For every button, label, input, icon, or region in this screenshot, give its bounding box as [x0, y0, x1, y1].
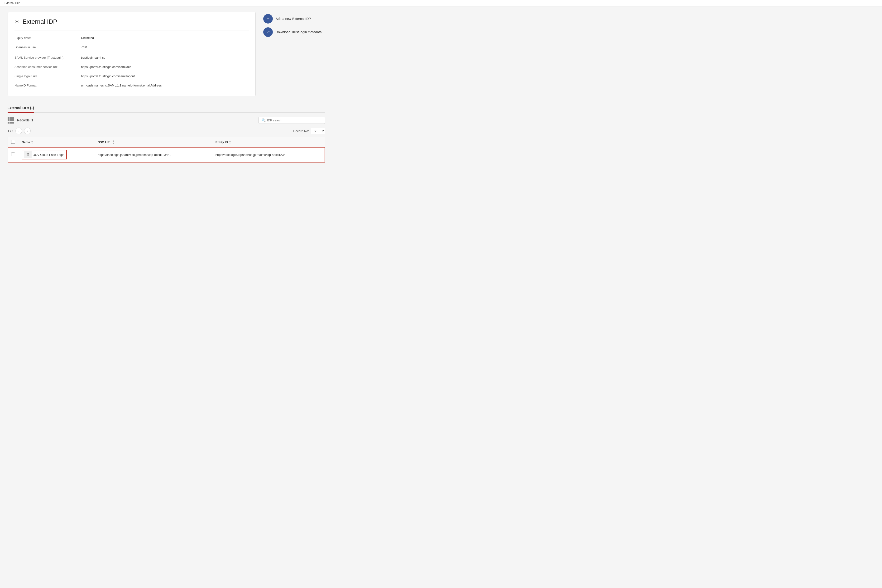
info-row: Expiry date: Unlimited — [15, 33, 249, 42]
info-row: Single logout url: https://portal.trustl… — [15, 72, 249, 81]
top-bar-label: External IDP — [4, 2, 20, 5]
row-name-label: JCV Cloud Face Login — [33, 153, 64, 156]
col-entity-id-label: Entity ID — [216, 140, 228, 144]
row-checkbox-cell — [8, 147, 18, 162]
info-label: Expiry date: — [15, 36, 81, 40]
pagination-left: 1 / 1 ‹ › — [8, 128, 31, 134]
card-title-text: External IDP — [22, 18, 57, 26]
name-sort-arrows: ▲▼ — [31, 140, 33, 144]
row-entity-id: https://facelogin.japancv.co.jp/realms/i… — [212, 147, 325, 162]
info-label: SAML Service provider (TrustLogin): — [15, 56, 81, 59]
col-name-label: Name — [22, 140, 30, 144]
search-input[interactable] — [267, 118, 322, 122]
info-row: SAML Service provider (TrustLogin): trus… — [15, 53, 249, 62]
info-label: Licenses in use: — [15, 45, 81, 49]
select-all-checkbox[interactable] — [11, 140, 15, 144]
info-value: 7/30 — [81, 45, 249, 49]
info-table: Expiry date: Unlimited Licenses in use: … — [15, 30, 249, 90]
entity-sort-arrows: ▲▼ — [229, 140, 231, 144]
action-item-0[interactable]: + Add a new External IDP — [263, 14, 325, 24]
pagination-current: 1 / 1 — [8, 129, 14, 133]
select-all-col — [8, 137, 18, 147]
action-icon-1: ↗ — [263, 27, 273, 37]
section-tabs: External IDPs (1) Records: 1 🔍 — [8, 104, 325, 162]
action-item-1[interactable]: ↗ Download TrustLogin metadata — [263, 27, 325, 37]
tool-icon: ✂ — [15, 18, 20, 26]
pagination-bar: 1 / 1 ‹ › Record No: 50 100 — [8, 128, 325, 134]
grid-view-icon[interactable] — [8, 117, 14, 123]
row-checkbox-0[interactable] — [11, 153, 15, 156]
records-left: Records: 1 — [8, 117, 33, 123]
col-entity-id[interactable]: Entity ID ▲▼ — [212, 137, 325, 147]
page-content: ✂ External IDP Expiry date: Unlimited Li… — [0, 6, 333, 168]
info-value: https://portal.trustlogin.com/saml/acs — [81, 65, 249, 69]
action-icon-0: + — [263, 14, 273, 24]
prev-page-button[interactable]: ‹ — [15, 128, 22, 134]
top-bar: External IDP — [0, 0, 882, 6]
tab-bar: External IDPs (1) — [8, 104, 325, 113]
info-value: Unlimited — [81, 36, 249, 40]
action-label-1: Download TrustLogin metadata — [276, 30, 322, 34]
name-cell-wrapper: ☷ JCV Cloud Face Login — [22, 150, 67, 159]
table-row[interactable]: ☷ JCV Cloud Face Login https://facelogin… — [8, 147, 325, 162]
col-sso-url[interactable]: SSO URL ▲▼ — [94, 137, 212, 147]
action-label-0: Add a new External IDP — [276, 17, 311, 21]
info-value: urn:oasis:names:tc:SAML:1.1:nameid-forma… — [81, 84, 249, 87]
info-row: Assertion consumer service url: https://… — [15, 62, 249, 72]
record-no-select[interactable]: 50 100 — [311, 128, 325, 134]
main-layout: ✂ External IDP Expiry date: Unlimited Li… — [8, 12, 325, 96]
card-title: ✂ External IDP — [15, 18, 249, 26]
col-sso-url-label: SSO URL — [98, 140, 111, 144]
pagination-right: Record No: 50 100 — [293, 128, 325, 134]
record-no-label: Record No: — [293, 129, 309, 133]
next-page-button[interactable]: › — [24, 128, 31, 134]
records-label: Records: 1 — [17, 118, 33, 122]
tab-0[interactable]: External IDPs (1) — [8, 104, 34, 113]
row-sso-url: https://facelogin.japancv.co.jp/realms/i… — [94, 147, 212, 162]
sidebar-actions: + Add a new External IDP ↗ Download Trus… — [263, 12, 325, 37]
info-row: Licenses in use: 7/30 — [15, 42, 249, 52]
records-count: 1 — [32, 118, 33, 122]
info-label: Single logout url: — [15, 74, 81, 78]
data-table: Name ▲▼ SSO URL ▲▼ Entity ID ▲▼ — [8, 137, 325, 162]
info-value: trustlogin-saml-sp — [81, 56, 249, 59]
info-value: https://portal.trustlogin.com/saml/logou… — [81, 74, 249, 78]
table-header-row: Name ▲▼ SSO URL ▲▼ Entity ID ▲▼ — [8, 137, 325, 147]
records-bar: Records: 1 🔍 — [8, 117, 325, 124]
row-name-cell: ☷ JCV Cloud Face Login — [18, 147, 94, 162]
search-icon: 🔍 — [262, 118, 266, 122]
info-row: NameID Format: urn:oasis:names:tc:SAML:1… — [15, 81, 249, 90]
info-label: NameID Format: — [15, 84, 81, 87]
sso-sort-arrows: ▲▼ — [112, 140, 114, 144]
info-card: ✂ External IDP Expiry date: Unlimited Li… — [8, 12, 256, 96]
search-box[interactable]: 🔍 — [258, 117, 325, 124]
info-label: Assertion consumer service url: — [15, 65, 81, 69]
col-name[interactable]: Name ▲▼ — [18, 137, 94, 147]
row-icon: ☷ — [24, 152, 32, 158]
